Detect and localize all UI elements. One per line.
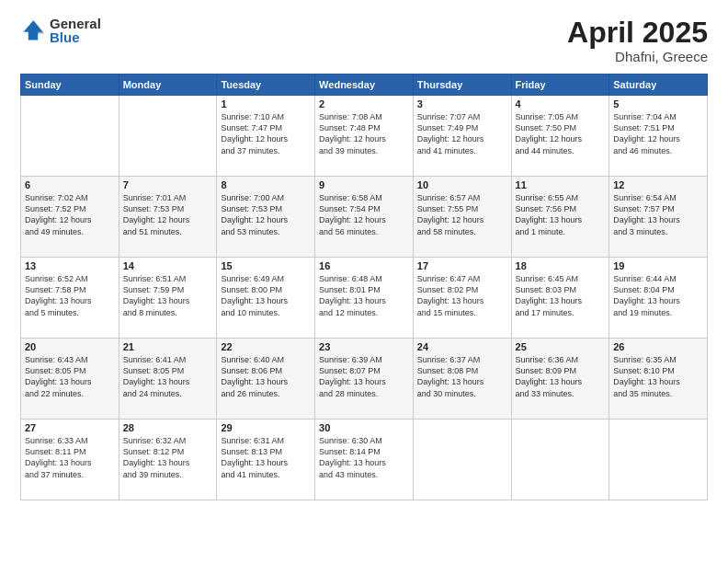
calendar-cell: 15Sunrise: 6:49 AM Sunset: 8:00 PM Dayli… bbox=[217, 258, 315, 339]
day-number: 12 bbox=[613, 179, 703, 190]
day-content: Sunrise: 6:36 AM Sunset: 8:09 PM Dayligh… bbox=[516, 354, 606, 399]
day-content: Sunrise: 6:54 AM Sunset: 7:57 PM Dayligh… bbox=[613, 192, 703, 237]
logo-blue: Blue bbox=[50, 30, 101, 44]
day-number: 11 bbox=[516, 179, 606, 190]
calendar-cell bbox=[21, 96, 119, 177]
day-content: Sunrise: 7:10 AM Sunset: 7:47 PM Dayligh… bbox=[221, 111, 311, 156]
day-content: Sunrise: 6:58 AM Sunset: 7:54 PM Dayligh… bbox=[319, 192, 409, 237]
day-number: 30 bbox=[319, 422, 409, 433]
day-content: Sunrise: 6:44 AM Sunset: 8:04 PM Dayligh… bbox=[613, 273, 703, 318]
day-content: Sunrise: 6:52 AM Sunset: 7:58 PM Dayligh… bbox=[25, 273, 115, 318]
day-content: Sunrise: 6:35 AM Sunset: 8:10 PM Dayligh… bbox=[613, 354, 703, 399]
calendar-cell: 20Sunrise: 6:43 AM Sunset: 8:05 PM Dayli… bbox=[21, 339, 119, 419]
calendar-cell: 28Sunrise: 6:32 AM Sunset: 8:12 PM Dayli… bbox=[119, 419, 217, 500]
calendar-cell: 9Sunrise: 6:58 AM Sunset: 7:54 PM Daylig… bbox=[315, 177, 414, 258]
day-content: Sunrise: 6:39 AM Sunset: 8:07 PM Dayligh… bbox=[319, 354, 409, 399]
calendar-cell: 25Sunrise: 6:36 AM Sunset: 8:09 PM Dayli… bbox=[511, 339, 609, 419]
calendar-cell: 30Sunrise: 6:30 AM Sunset: 8:14 PM Dayli… bbox=[315, 419, 414, 500]
logo-general: General bbox=[50, 17, 101, 30]
day-content: Sunrise: 6:41 AM Sunset: 8:05 PM Dayligh… bbox=[123, 354, 213, 399]
day-content: Sunrise: 6:57 AM Sunset: 7:55 PM Dayligh… bbox=[417, 192, 507, 237]
calendar-cell: 1Sunrise: 7:10 AM Sunset: 7:47 PM Daylig… bbox=[217, 96, 315, 177]
page-title: April 2025 bbox=[567, 17, 708, 49]
calendar-cell: 24Sunrise: 6:37 AM Sunset: 8:08 PM Dayli… bbox=[413, 339, 511, 419]
day-number: 10 bbox=[417, 179, 507, 190]
day-number: 27 bbox=[25, 422, 115, 433]
day-number: 16 bbox=[319, 260, 409, 271]
header-day-saturday: Saturday bbox=[609, 75, 708, 96]
day-number: 1 bbox=[221, 98, 311, 109]
header-row: SundayMondayTuesdayWednesdayThursdayFrid… bbox=[21, 75, 708, 96]
calendar-cell: 5Sunrise: 7:04 AM Sunset: 7:51 PM Daylig… bbox=[609, 96, 708, 177]
day-content: Sunrise: 7:04 AM Sunset: 7:51 PM Dayligh… bbox=[613, 111, 703, 156]
calendar-table: SundayMondayTuesdayWednesdayThursdayFrid… bbox=[20, 74, 708, 500]
logo-text: General Blue bbox=[50, 17, 101, 44]
day-number: 13 bbox=[25, 260, 115, 271]
title-block: April 2025 Dhafni, Greece bbox=[567, 17, 708, 64]
day-content: Sunrise: 6:55 AM Sunset: 7:56 PM Dayligh… bbox=[516, 192, 606, 237]
day-content: Sunrise: 6:30 AM Sunset: 8:14 PM Dayligh… bbox=[319, 435, 409, 480]
day-content: Sunrise: 6:33 AM Sunset: 8:11 PM Dayligh… bbox=[25, 435, 115, 480]
calendar-cell: 18Sunrise: 6:45 AM Sunset: 8:03 PM Dayli… bbox=[511, 258, 609, 339]
day-number: 17 bbox=[417, 260, 507, 271]
calendar-cell: 23Sunrise: 6:39 AM Sunset: 8:07 PM Dayli… bbox=[315, 339, 414, 419]
day-number: 15 bbox=[221, 260, 311, 271]
calendar-cell bbox=[413, 419, 511, 500]
day-number: 25 bbox=[516, 341, 606, 352]
header-day-friday: Friday bbox=[511, 75, 609, 96]
calendar-cell: 21Sunrise: 6:41 AM Sunset: 8:05 PM Dayli… bbox=[119, 339, 217, 419]
week-row-1: 1Sunrise: 7:10 AM Sunset: 7:47 PM Daylig… bbox=[21, 96, 708, 177]
calendar-cell: 8Sunrise: 7:00 AM Sunset: 7:53 PM Daylig… bbox=[217, 177, 315, 258]
calendar-cell bbox=[511, 419, 609, 500]
day-number: 19 bbox=[613, 260, 703, 271]
day-number: 26 bbox=[613, 341, 703, 352]
page-subtitle: Dhafni, Greece bbox=[567, 49, 708, 64]
day-number: 5 bbox=[613, 98, 703, 109]
day-content: Sunrise: 6:45 AM Sunset: 8:03 PM Dayligh… bbox=[516, 273, 606, 318]
calendar-cell: 29Sunrise: 6:31 AM Sunset: 8:13 PM Dayli… bbox=[217, 419, 315, 500]
calendar-cell: 12Sunrise: 6:54 AM Sunset: 7:57 PM Dayli… bbox=[609, 177, 708, 258]
day-content: Sunrise: 7:00 AM Sunset: 7:53 PM Dayligh… bbox=[221, 192, 311, 237]
day-content: Sunrise: 7:01 AM Sunset: 7:53 PM Dayligh… bbox=[123, 192, 213, 237]
calendar-cell: 10Sunrise: 6:57 AM Sunset: 7:55 PM Dayli… bbox=[413, 177, 511, 258]
day-content: Sunrise: 7:05 AM Sunset: 7:50 PM Dayligh… bbox=[516, 111, 606, 156]
day-content: Sunrise: 6:31 AM Sunset: 8:13 PM Dayligh… bbox=[221, 435, 311, 480]
calendar-cell: 17Sunrise: 6:47 AM Sunset: 8:02 PM Dayli… bbox=[413, 258, 511, 339]
calendar-cell bbox=[609, 419, 708, 500]
week-row-4: 20Sunrise: 6:43 AM Sunset: 8:05 PM Dayli… bbox=[21, 339, 708, 419]
day-content: Sunrise: 6:37 AM Sunset: 8:08 PM Dayligh… bbox=[417, 354, 507, 399]
calendar-cell: 6Sunrise: 7:02 AM Sunset: 7:52 PM Daylig… bbox=[21, 177, 119, 258]
calendar-cell: 22Sunrise: 6:40 AM Sunset: 8:06 PM Dayli… bbox=[217, 339, 315, 419]
week-row-2: 6Sunrise: 7:02 AM Sunset: 7:52 PM Daylig… bbox=[21, 177, 708, 258]
day-content: Sunrise: 7:07 AM Sunset: 7:49 PM Dayligh… bbox=[417, 111, 507, 156]
day-content: Sunrise: 6:49 AM Sunset: 8:00 PM Dayligh… bbox=[221, 273, 311, 318]
day-number: 28 bbox=[123, 422, 213, 433]
day-number: 18 bbox=[516, 260, 606, 271]
calendar-cell: 27Sunrise: 6:33 AM Sunset: 8:11 PM Dayli… bbox=[21, 419, 119, 500]
day-number: 29 bbox=[221, 422, 311, 433]
day-number: 14 bbox=[123, 260, 213, 271]
week-row-5: 27Sunrise: 6:33 AM Sunset: 8:11 PM Dayli… bbox=[21, 419, 708, 500]
week-row-3: 13Sunrise: 6:52 AM Sunset: 7:58 PM Dayli… bbox=[21, 258, 708, 339]
day-number: 24 bbox=[417, 341, 507, 352]
day-content: Sunrise: 7:02 AM Sunset: 7:52 PM Dayligh… bbox=[25, 192, 115, 237]
header-day-sunday: Sunday bbox=[21, 75, 119, 96]
day-content: Sunrise: 6:51 AM Sunset: 7:59 PM Dayligh… bbox=[123, 273, 213, 318]
day-content: Sunrise: 6:43 AM Sunset: 8:05 PM Dayligh… bbox=[25, 354, 115, 399]
day-number: 22 bbox=[221, 341, 311, 352]
calendar-cell: 11Sunrise: 6:55 AM Sunset: 7:56 PM Dayli… bbox=[511, 177, 609, 258]
day-number: 7 bbox=[123, 179, 213, 190]
calendar-cell: 13Sunrise: 6:52 AM Sunset: 7:58 PM Dayli… bbox=[21, 258, 119, 339]
header: General Blue April 2025 Dhafni, Greece bbox=[20, 17, 708, 64]
calendar-cell bbox=[119, 96, 217, 177]
day-number: 21 bbox=[123, 341, 213, 352]
header-day-monday: Monday bbox=[119, 75, 217, 96]
calendar-cell: 19Sunrise: 6:44 AM Sunset: 8:04 PM Dayli… bbox=[609, 258, 708, 339]
header-day-tuesday: Tuesday bbox=[217, 75, 315, 96]
day-content: Sunrise: 6:48 AM Sunset: 8:01 PM Dayligh… bbox=[319, 273, 409, 318]
day-number: 3 bbox=[417, 98, 507, 109]
calendar-cell: 3Sunrise: 7:07 AM Sunset: 7:49 PM Daylig… bbox=[413, 96, 511, 177]
day-number: 6 bbox=[25, 179, 115, 190]
header-day-thursday: Thursday bbox=[413, 75, 511, 96]
day-content: Sunrise: 6:32 AM Sunset: 8:12 PM Dayligh… bbox=[123, 435, 213, 480]
